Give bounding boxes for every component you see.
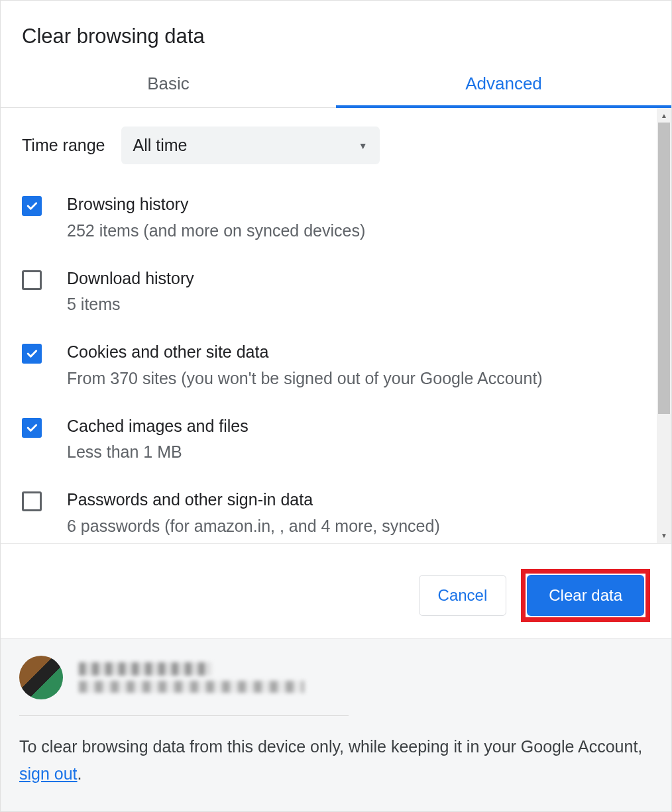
option-title: Passwords and other sign-in data bbox=[67, 487, 440, 513]
option-text: Download history 5 items bbox=[67, 266, 194, 318]
option-cached: Cached images and files Less than 1 MB bbox=[22, 414, 650, 466]
option-text: Cookies and other site data From 370 sit… bbox=[67, 340, 543, 391]
checkbox-cookies[interactable] bbox=[22, 344, 42, 364]
option-browsing-history: Browsing history 252 items (and more on … bbox=[22, 192, 650, 244]
chevron-down-icon: ▼ bbox=[359, 140, 368, 151]
option-title: Download history bbox=[67, 266, 194, 291]
clear-data-button[interactable]: Clear data bbox=[527, 575, 644, 616]
account-email-redacted bbox=[79, 681, 304, 693]
option-title: Cookies and other site data bbox=[67, 340, 543, 365]
tab-advanced[interactable]: Advanced bbox=[336, 62, 671, 107]
time-range-label: Time range bbox=[22, 136, 105, 155]
clear-data-highlight: Clear data bbox=[521, 569, 650, 622]
checkbox-browsing-history[interactable] bbox=[22, 196, 42, 216]
account-name-redacted bbox=[79, 662, 211, 676]
option-sub: 5 items bbox=[67, 291, 194, 317]
clear-browsing-data-dialog: Clear browsing data Basic Advanced Time … bbox=[0, 0, 672, 812]
option-sub: 6 passwords (for amazon.in, , and 4 more… bbox=[67, 513, 440, 539]
option-sub: From 370 sites (you won't be signed out … bbox=[67, 365, 543, 391]
scroll-up-icon[interactable]: ▲ bbox=[657, 108, 671, 123]
account-row bbox=[19, 656, 349, 716]
option-cookies: Cookies and other site data From 370 sit… bbox=[22, 340, 650, 391]
button-bar: Cancel Clear data bbox=[1, 543, 671, 638]
checkbox-cached[interactable] bbox=[22, 418, 42, 438]
tabs: Basic Advanced bbox=[1, 62, 671, 108]
footer-text-after: . bbox=[78, 764, 82, 783]
option-text: Browsing history 252 items (and more on … bbox=[67, 192, 365, 244]
footer-text: To clear browsing data from this device … bbox=[19, 733, 653, 788]
scroll-thumb[interactable] bbox=[658, 123, 670, 414]
footer-text-before: To clear browsing data from this device … bbox=[19, 737, 642, 756]
option-title: Cached images and files bbox=[67, 414, 249, 439]
dialog-title: Clear browsing data bbox=[1, 1, 671, 62]
scrollbar[interactable]: ▲ ▼ bbox=[657, 108, 671, 543]
time-range-value: All time bbox=[133, 136, 188, 155]
cancel-button[interactable]: Cancel bbox=[419, 575, 507, 616]
footer: To clear browsing data from this device … bbox=[1, 638, 671, 812]
options-list: Browsing history 252 items (and more on … bbox=[22, 192, 650, 543]
sign-out-link[interactable]: sign out bbox=[19, 764, 78, 783]
option-text: Passwords and other sign-in data 6 passw… bbox=[67, 487, 440, 539]
tab-basic[interactable]: Basic bbox=[1, 62, 336, 107]
scroll-area: Time range All time ▼ Browsing history 2… bbox=[1, 108, 671, 543]
avatar bbox=[19, 656, 63, 699]
time-range-row: Time range All time ▼ bbox=[22, 127, 650, 164]
checkbox-passwords[interactable] bbox=[22, 491, 42, 511]
option-passwords: Passwords and other sign-in data 6 passw… bbox=[22, 487, 650, 539]
account-text bbox=[79, 662, 304, 693]
option-sub: Less than 1 MB bbox=[67, 438, 249, 465]
option-sub: 252 items (and more on synced devices) bbox=[67, 217, 365, 244]
option-download-history: Download history 5 items bbox=[22, 266, 650, 318]
checkbox-download-history[interactable] bbox=[22, 270, 42, 290]
option-text: Cached images and files Less than 1 MB bbox=[67, 414, 249, 466]
scroll-down-icon[interactable]: ▼ bbox=[657, 529, 671, 543]
option-title: Browsing history bbox=[67, 192, 365, 217]
time-range-select[interactable]: All time ▼ bbox=[121, 127, 380, 164]
scroll-content: Time range All time ▼ Browsing history 2… bbox=[22, 127, 650, 543]
